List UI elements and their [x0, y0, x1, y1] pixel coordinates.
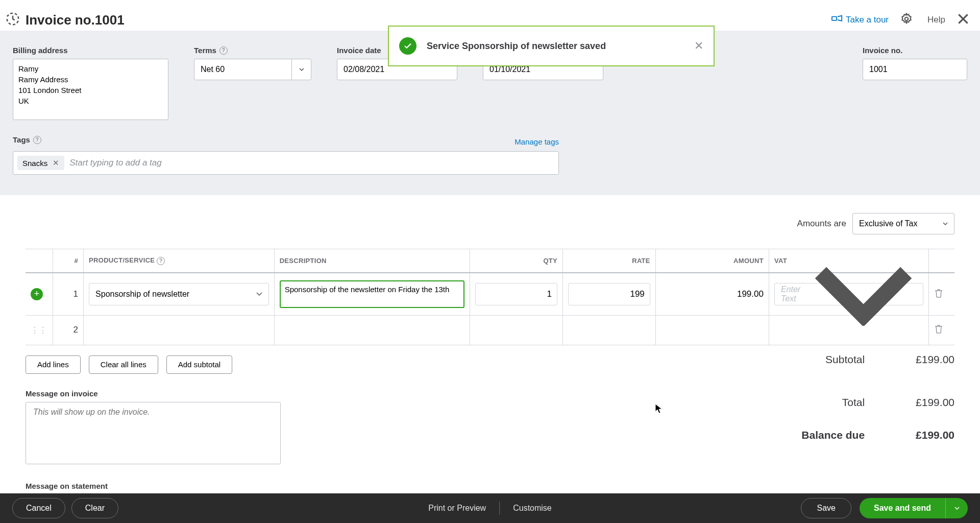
terms-value: Net 60	[201, 65, 225, 74]
col-rate: RATE	[563, 249, 656, 273]
take-tour-label: Take a tour	[846, 15, 889, 25]
subtotal-value: £199.00	[916, 353, 954, 366]
product-value: Sponsorship of newsletter	[95, 290, 189, 299]
add-row-icon[interactable]: +	[31, 288, 43, 300]
add-subtotal-button[interactable]: Add subtotal	[166, 355, 232, 374]
cancel-button[interactable]: Cancel	[12, 498, 65, 518]
tag-chip-label: Snacks	[22, 159, 47, 168]
svg-rect-0	[832, 17, 837, 20]
amount-value: 199.00	[655, 273, 769, 316]
billing-address-input[interactable]	[13, 59, 168, 120]
balance-label: Balance due	[801, 429, 865, 441]
svg-point-1	[905, 17, 909, 21]
product-select[interactable]: Sponsorship of newsletter	[89, 283, 269, 305]
description-input[interactable]: Sponsorship of the newsletter on Friday …	[280, 280, 465, 308]
help-icon[interactable]: ?	[33, 136, 41, 144]
cursor-icon	[655, 403, 663, 415]
total-label: Total	[842, 396, 865, 409]
page-title: Invoice no.1001	[26, 12, 125, 28]
chevron-down-icon	[291, 59, 311, 80]
save-button[interactable]: Save	[801, 498, 851, 518]
terms-label: Terms?	[194, 46, 311, 55]
print-preview-link[interactable]: Print or Preview	[428, 504, 486, 513]
amounts-select[interactable]: Exclusive of Tax	[852, 213, 954, 234]
toast-notification: Service Sponsorship of newsletter saved …	[388, 26, 715, 66]
tag-chip: Snacks ✕	[17, 156, 64, 170]
chevron-down-icon	[943, 222, 948, 225]
balance-value: £199.00	[916, 429, 954, 441]
chevron-down-icon	[256, 292, 262, 296]
divider	[499, 502, 500, 515]
amounts-value: Exclusive of Tax	[859, 219, 917, 228]
rate-input[interactable]	[568, 283, 650, 305]
footer-bar: Cancel Clear Print or Preview Customise …	[0, 493, 980, 523]
message-statement-label: Message on statement	[26, 482, 281, 490]
col-product: PRODUCT/SERVICE ?	[84, 249, 275, 273]
billing-label: Billing address	[13, 46, 168, 55]
trash-icon[interactable]	[934, 291, 943, 300]
toast-close-icon[interactable]: ✕	[694, 39, 703, 53]
help-button[interactable]: Help	[924, 15, 945, 25]
total-value: £199.00	[916, 396, 954, 409]
subtotal-label: Subtotal	[825, 353, 865, 366]
save-send-dropdown[interactable]	[945, 498, 968, 518]
vat-select[interactable]: Enter Text	[774, 283, 923, 305]
terms-select[interactable]: Net 60	[194, 59, 311, 80]
clear-lines-button[interactable]: Clear all lines	[89, 355, 158, 374]
trash-icon[interactable]	[934, 327, 943, 336]
amounts-label: Amounts are	[797, 219, 846, 229]
toast-message: Service Sponsorship of newsletter saved	[427, 41, 606, 52]
col-description: DESCRIPTION	[274, 249, 470, 273]
col-qty: QTY	[470, 249, 563, 273]
history-icon[interactable]	[5, 11, 20, 29]
save-send-button[interactable]: Save and send	[860, 498, 968, 518]
help-label: Help	[927, 15, 945, 25]
check-icon	[399, 37, 416, 55]
clear-button[interactable]: Clear	[71, 498, 118, 518]
settings-icon[interactable]	[900, 12, 913, 28]
message-invoice-input[interactable]	[26, 402, 281, 464]
help-icon[interactable]: ?	[157, 257, 165, 265]
save-send-label: Save and send	[860, 504, 945, 513]
invoice-no-label: Invoice no.	[863, 46, 967, 55]
message-invoice-label: Message on invoice	[26, 389, 281, 398]
drag-handle-icon[interactable]: ⋮⋮	[31, 326, 47, 335]
invoice-no-input[interactable]	[863, 59, 967, 80]
customise-link[interactable]: Customise	[513, 504, 552, 513]
col-num: #	[53, 249, 84, 273]
help-icon[interactable]: ?	[219, 46, 228, 55]
col-amount: AMOUNT	[655, 249, 769, 273]
table-row: + 1 Sponsorship of newsletter Sponsorshi…	[26, 273, 954, 316]
row-num: 2	[53, 315, 84, 345]
tags-label: Tags?	[13, 135, 41, 144]
tags-placeholder: Start typing to add a tag	[69, 158, 162, 168]
tag-remove-icon[interactable]: ✕	[53, 158, 59, 168]
add-lines-button[interactable]: Add lines	[26, 355, 81, 374]
row-num: 1	[53, 273, 84, 316]
qty-input[interactable]	[475, 283, 557, 305]
take-tour-link[interactable]: Take a tour	[831, 15, 889, 25]
manage-tags-link[interactable]: Manage tags	[514, 137, 559, 146]
tags-input[interactable]: Snacks ✕ Start typing to add a tag	[13, 151, 559, 175]
vat-placeholder: Enter Text	[781, 285, 810, 303]
chevron-down-icon	[810, 262, 917, 326]
line-items-table: # PRODUCT/SERVICE ? DESCRIPTION QTY RATE…	[26, 249, 954, 345]
close-icon[interactable]	[957, 12, 970, 28]
